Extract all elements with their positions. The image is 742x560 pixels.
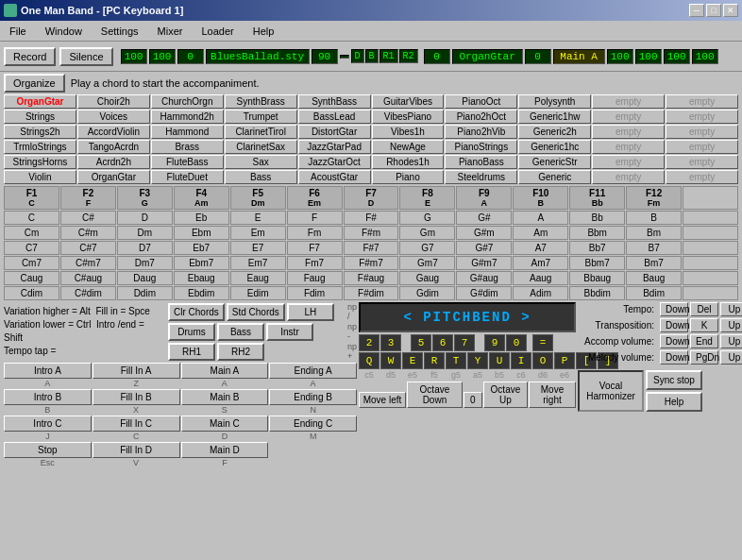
chord-cell-4-9[interactable]: Aaug [513, 271, 568, 285]
rh1-button[interactable]: RH1 [168, 343, 215, 361]
instr-cell-1-8[interactable]: empty [592, 110, 665, 124]
chord-cell-5-10[interactable]: Bbdim [569, 286, 625, 300]
chord-cell-2-4[interactable]: E7 [230, 241, 286, 255]
bass-button[interactable]: Bass [217, 323, 264, 341]
chord-cell-4-8[interactable]: G#aug [456, 271, 512, 285]
chord-cell-0-6[interactable]: F# [344, 211, 399, 225]
chord-cell-4-5[interactable]: Faug [287, 271, 343, 285]
fkey-f8[interactable]: F8E [399, 186, 455, 210]
chord-cell-5-4[interactable]: Edim [230, 286, 286, 300]
chord-cell-2-1[interactable]: C#7 [60, 241, 116, 255]
instr-cell-1-9[interactable]: empty [666, 110, 738, 124]
chord-cell-5-0[interactable]: Cdim [4, 286, 59, 300]
chord-cell-2-9[interactable]: A7 [513, 241, 568, 255]
instr-cell-4-1[interactable]: Acrdn2h [77, 155, 150, 169]
instr-cell-5-4[interactable]: AcoustGtar [298, 170, 371, 184]
chord-cell-5-3[interactable]: Ebdim [174, 286, 229, 300]
chord-cell-1-0[interactable]: Cm [4, 226, 59, 240]
instr-cell-3-7[interactable]: Generic1hc [518, 140, 591, 154]
instr-cell-4-4[interactable]: JazzGtarOct [298, 155, 371, 169]
kb-key-e[interactable]: E [402, 352, 423, 369]
close-button[interactable]: ✕ [723, 4, 738, 17]
tempo-down-button[interactable]: Down [660, 302, 688, 316]
tempo-del-button[interactable]: Del [690, 302, 718, 316]
chord-cell-3-1[interactable]: C#m7 [60, 256, 116, 270]
kb-key-t[interactable]: T [446, 352, 466, 369]
chord-cell-4-7[interactable]: Gaug [399, 271, 455, 285]
instr-cell-0-1[interactable]: Choir2h [77, 94, 150, 109]
chord-cell-3-3[interactable]: Ebm7 [174, 256, 229, 270]
intro-c-button[interactable]: Intro C [4, 416, 92, 432]
kb-key-w[interactable]: W [380, 352, 401, 369]
instr-cell-1-2[interactable]: Hammond2h [151, 110, 224, 124]
organize-button[interactable]: Organize [4, 74, 65, 93]
chord-cell-0-8[interactable]: G# [456, 211, 512, 225]
chord-cell-4-10[interactable]: Bbaug [569, 271, 625, 285]
chord-cell-1-5[interactable]: Fm [287, 226, 343, 240]
instr-cell-0-8[interactable]: empty [592, 94, 665, 109]
instr-cell-3-4[interactable]: JazzGtarPad [298, 140, 371, 154]
help-button[interactable]: Help [646, 392, 702, 412]
chord-cell-0-11[interactable]: B [626, 211, 682, 225]
instr-cell-3-2[interactable]: Brass [151, 140, 224, 154]
chord-cell-3-7[interactable]: Gm7 [399, 256, 455, 270]
chord-cell-2-11[interactable]: B7 [626, 241, 682, 255]
kb-key-3[interactable]: 3 [380, 334, 401, 351]
menu-loader[interactable]: Loader [196, 24, 240, 39]
instr-cell-2-5[interactable]: Vibes1h [372, 125, 445, 139]
chord-cell-2-6[interactable]: F#7 [344, 241, 399, 255]
kb-key-r[interactable]: R [424, 352, 445, 369]
fill-in-d-button[interactable]: Fill In D [93, 442, 180, 458]
chord-cell-5-8[interactable]: G#dim [456, 286, 512, 300]
kb-key-i[interactable]: I [511, 352, 531, 369]
menu-window[interactable]: Window [40, 24, 88, 39]
instr-cell-4-3[interactable]: Sax [225, 155, 297, 169]
chord-cell-4-4[interactable]: Eaug [230, 271, 286, 285]
instr-cell-2-7[interactable]: Generic2h [518, 125, 591, 139]
instr-cell-3-6[interactable]: PianoStrings [445, 140, 517, 154]
instr-cell-3-1[interactable]: TangoAcrdn [77, 140, 150, 154]
sync-stop-button[interactable]: Sync stop [646, 370, 702, 390]
fkey-f1[interactable]: F1C [4, 186, 59, 210]
fill-in-a-button[interactable]: Fill In A [93, 363, 180, 379]
zero-button[interactable]: 0 [464, 392, 482, 408]
melody-down-button[interactable]: Down [660, 350, 688, 365]
chord-cell-3-11[interactable]: Bm7 [626, 256, 682, 270]
instr-cell-5-8[interactable]: empty [592, 170, 665, 184]
menu-settings[interactable]: Settings [95, 24, 144, 39]
instr-cell-5-2[interactable]: FluteDuet [151, 170, 224, 184]
instr-cell-1-1[interactable]: Voices [77, 110, 150, 124]
chord-cell-2-2[interactable]: D7 [117, 241, 173, 255]
instr-cell-0-6[interactable]: PianoOct [445, 94, 517, 109]
fkey-f6[interactable]: F6Em [287, 186, 343, 210]
octave-up-button[interactable]: Octave Up [483, 382, 528, 408]
chord-cell-1-3[interactable]: Ebm [174, 226, 229, 240]
chord-cell-0-1[interactable]: C# [60, 211, 116, 225]
chord-cell-3-8[interactable]: G#m7 [456, 256, 512, 270]
menu-help[interactable]: Help [247, 24, 280, 39]
instr-cell-4-2[interactable]: FluteBass [151, 155, 224, 169]
chord-cell-5-5[interactable]: Fdim [287, 286, 343, 300]
chord-cell-2-10[interactable]: Bb7 [569, 241, 625, 255]
main-b-button[interactable]: Main B [181, 389, 269, 405]
instr-cell-4-9[interactable]: empty [666, 155, 738, 169]
fkey-f3[interactable]: F3G [117, 186, 173, 210]
chord-cell-0-2[interactable]: D [117, 211, 173, 225]
fkey-f4[interactable]: F4Am [174, 186, 229, 210]
menu-file[interactable]: File [4, 24, 32, 39]
fkey-f12[interactable]: F12Fm [626, 186, 682, 210]
kb-key-7[interactable]: 7 [454, 334, 475, 351]
drums-button[interactable]: Drums [168, 323, 215, 341]
instr-cell-2-6[interactable]: Piano2hVib [445, 125, 517, 139]
ending-c-button[interactable]: Ending C [269, 416, 357, 432]
chord-cell-1-8[interactable]: G#m [456, 226, 512, 240]
instr-cell-4-5[interactable]: Rhodes1h [372, 155, 445, 169]
std-chords-button[interactable]: Std Chords [227, 303, 285, 321]
chord-cell-4-11[interactable]: Baug [626, 271, 682, 285]
chord-cell-3-4[interactable]: Em7 [230, 256, 286, 270]
instr-cell-1-0[interactable]: Strings [4, 110, 76, 124]
chord-cell-5-11[interactable]: Bdim [626, 286, 682, 300]
ending-b-button[interactable]: Ending B [269, 389, 357, 405]
chord-cell-4-0[interactable]: Caug [4, 271, 59, 285]
chord-cell-5-9[interactable]: Adim [513, 286, 568, 300]
